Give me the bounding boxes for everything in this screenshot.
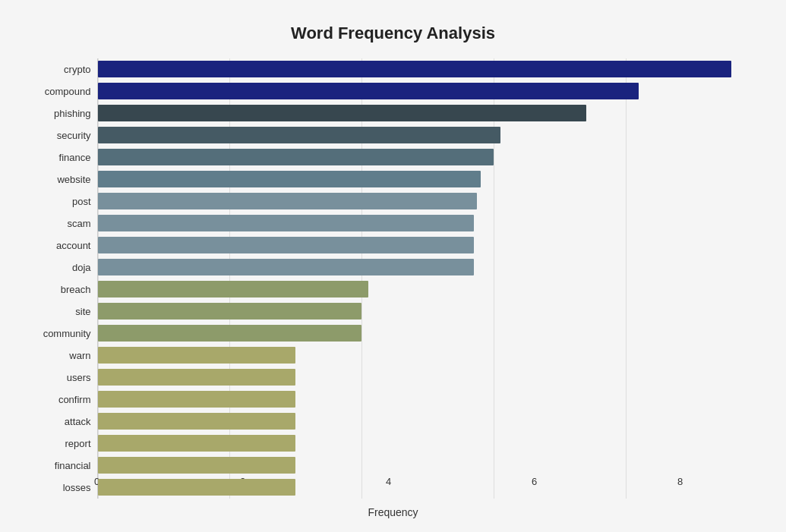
y-label-compound: compound [45,80,91,102]
bar-report [98,435,296,452]
chart-title: Word Frequency Analysis [29,24,758,43]
bar-community [98,325,362,342]
bar-row-doja [98,257,758,277]
x-axis-label: Frequency [14,506,773,518]
bar-row-financial [98,455,758,475]
bar-warn [98,347,296,364]
grid-line [626,58,627,499]
y-label-account: account [56,235,91,256]
y-label-finance: finance [59,146,91,168]
y-label-security: security [57,124,91,146]
bar-row-security [98,125,758,145]
bar-row-users [98,367,758,387]
bar-post [98,193,478,209]
bar-users [98,369,296,386]
y-label-report: report [65,433,91,454]
bar-row-phishing [98,103,758,123]
y-axis: cryptocompoundphishingsecurityfinanceweb… [29,58,97,499]
grid-line [98,58,99,499]
bar-scam [98,215,474,231]
bar-row-community [98,323,758,343]
y-label-confirm: confirm [58,389,91,410]
bar-phishing [98,105,586,121]
bar-compound [98,83,639,99]
y-label-scam: scam [67,212,90,234]
y-label-warn: warn [69,345,90,366]
bar-site [98,303,362,320]
bars-and-grid [97,58,758,499]
y-label-website: website [57,168,90,190]
y-label-breach: breach [61,279,91,300]
bar-row-scam [98,213,758,233]
bar-financial [98,457,296,474]
grid-line [229,58,230,499]
bar-row-crypto [98,59,758,79]
bar-losses [98,479,296,496]
bar-row-report [98,433,758,453]
bar-finance [98,149,494,165]
bar-row-compound [98,81,758,101]
bar-row-post [98,191,758,211]
chart-area: cryptocompoundphishingsecurityfinanceweb… [29,58,758,499]
y-label-doja: doja [72,257,91,278]
grid-line [361,58,362,499]
bar-row-account [98,235,758,255]
bar-confirm [98,391,296,408]
bar-row-confirm [98,389,758,409]
bar-breach [98,281,368,297]
bar-row-website [98,169,758,189]
y-label-post: post [72,190,91,212]
y-label-financial: financial [55,455,91,476]
grid-line [494,58,494,499]
bar-account [98,237,474,253]
bar-website [98,171,481,187]
y-label-attack: attack [65,411,91,432]
y-label-community: community [43,323,91,344]
y-label-crypto: crypto [64,58,90,80]
chart-container: Word Frequency Analysis cryptocompoundph… [14,8,773,524]
bar-row-breach [98,279,758,299]
bar-row-warn [98,345,758,365]
y-label-phishing: phishing [54,102,90,124]
bar-attack [98,413,296,430]
bar-crypto [98,61,731,77]
bar-row-attack [98,411,758,431]
y-label-site: site [75,301,90,322]
y-label-users: users [67,367,91,388]
bar-row-finance [98,147,758,167]
y-label-losses: losses [63,477,91,498]
bar-row-losses [98,477,758,497]
bar-doja [98,259,474,275]
bar-row-site [98,301,758,321]
bar-security [98,127,500,143]
